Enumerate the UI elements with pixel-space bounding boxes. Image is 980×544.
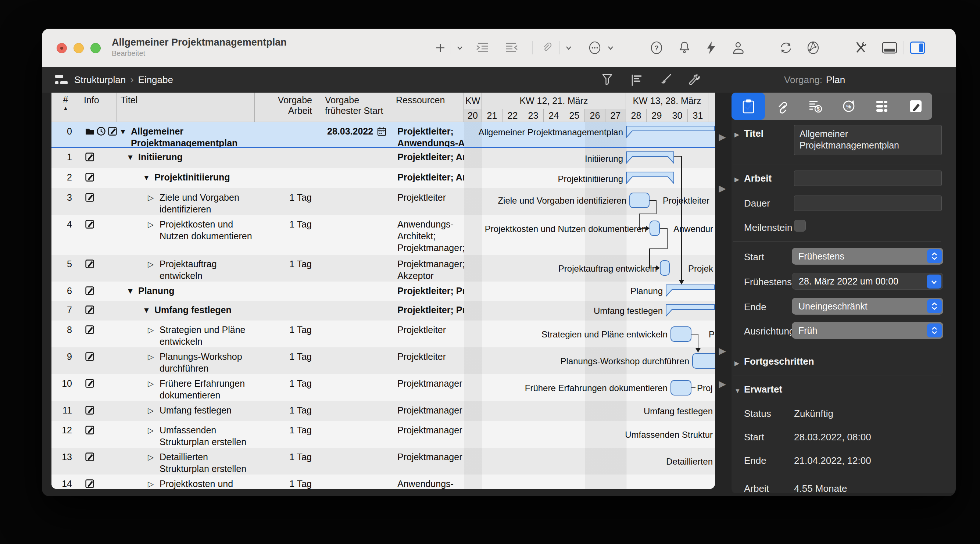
work-value[interactable] xyxy=(255,122,321,147)
earliest-start-cell[interactable] xyxy=(321,168,392,188)
earliest-start-cell[interactable] xyxy=(321,374,392,401)
note-icon[interactable] xyxy=(84,479,95,489)
gantt-summary-bar[interactable] xyxy=(626,126,715,138)
gantt-task-bar[interactable] xyxy=(670,326,692,342)
tab-progress[interactable]: % xyxy=(832,92,865,120)
note-icon[interactable] xyxy=(84,172,95,182)
work-value[interactable]: 1 Tag xyxy=(255,448,321,474)
table-row[interactable]: 2▼ProjektinitiierungProjektleiter; AnPro… xyxy=(51,168,715,188)
collapse-icon[interactable]: ▼ xyxy=(126,151,138,163)
start-popup[interactable]: Frühestens xyxy=(792,248,943,265)
notifications-icon[interactable] xyxy=(676,40,692,56)
column-header-number[interactable]: # ▲ xyxy=(51,92,80,122)
task-title-cell[interactable]: ▷Umfassenden Strukturplan erstellen xyxy=(117,421,255,448)
task-title-cell[interactable]: ▼Projektinitiierung xyxy=(117,168,255,188)
resources-value[interactable]: Projektmanager xyxy=(392,374,464,401)
work-value[interactable]: 1 Tag xyxy=(255,347,321,374)
disclosure-icon[interactable]: ▼ xyxy=(735,387,741,395)
work-value[interactable]: 1 Tag xyxy=(255,255,321,282)
earliest-start-cell[interactable] xyxy=(321,474,392,489)
user-icon[interactable] xyxy=(730,40,746,56)
resources-value[interactable]: Projektmanager xyxy=(392,421,464,448)
style-brush-icon[interactable] xyxy=(657,72,673,88)
task-title-cell[interactable]: ▷Frühere Erfahrungen dokumentieren xyxy=(117,374,255,401)
column-header-work[interactable]: VorgabeArbeit xyxy=(255,92,321,122)
earliest-date-field[interactable]: 28. März 2022 um 00:00 xyxy=(792,273,943,289)
column-header-info[interactable]: Info xyxy=(80,92,117,122)
work-value[interactable]: 1 Tag xyxy=(255,401,321,421)
task-title-cell[interactable]: ▷Detaillierten Strukturplan erstellen xyxy=(117,448,255,474)
duration-input[interactable] xyxy=(794,196,942,211)
resources-value[interactable]: Projektleiter; Pr xyxy=(392,301,464,321)
table-row[interactable]: 5▷Projektauftrag entwickeln1 TagProjektm… xyxy=(51,255,715,282)
work-value[interactable]: 1 Tag xyxy=(255,215,321,255)
task-title-cell[interactable]: ▷Umfang festlegen xyxy=(117,401,255,421)
column-header-resources[interactable]: Ressourcen xyxy=(392,92,464,122)
note-icon[interactable] xyxy=(84,305,95,315)
expand-icon[interactable]: ▷ xyxy=(148,404,159,417)
resources-value[interactable]: Projektleiter xyxy=(392,347,464,374)
expand-icon[interactable]: ▷ xyxy=(148,478,159,489)
tab-finance[interactable]: $ xyxy=(799,92,832,120)
disclosure-icon[interactable]: ▶ xyxy=(735,359,739,367)
task-title-cell[interactable]: ▷Projektkosten und Nutzen dokumentieren xyxy=(117,215,255,255)
resources-value[interactable]: Projektleiter; Anwendungs-Ar xyxy=(392,122,464,147)
note-icon[interactable] xyxy=(84,352,95,362)
bottom-panel-button[interactable] xyxy=(881,40,898,56)
table-row[interactable]: 0▼Allgemeiner Projektmanagementplan28.03… xyxy=(51,122,715,148)
breadcrumb-view[interactable]: Strukturplan xyxy=(74,74,126,86)
earliest-start-cell[interactable] xyxy=(321,282,392,301)
note-icon[interactable] xyxy=(84,405,95,415)
indent-button[interactable] xyxy=(474,40,490,56)
work-value[interactable]: 1 Tag xyxy=(255,188,321,215)
note-icon[interactable] xyxy=(84,425,95,435)
resources-value[interactable]: Projektleiter; An xyxy=(392,168,464,188)
table-row[interactable]: 1▼InitiierungProjektleiter; AnInitiierun… xyxy=(51,148,715,168)
help-button[interactable]: ? xyxy=(648,40,665,56)
section-advanced-label[interactable]: Fortgeschritten xyxy=(744,356,814,367)
close-button[interactable] xyxy=(57,43,67,53)
gantt-task-bar[interactable] xyxy=(629,192,649,208)
expand-icon[interactable]: ▷ xyxy=(148,451,159,463)
earliest-start-cell[interactable] xyxy=(321,321,392,347)
earliest-start-cell[interactable] xyxy=(321,421,392,448)
work-value[interactable]: 1 Tag xyxy=(255,474,321,489)
alignment-popup[interactable]: Früh xyxy=(792,322,943,339)
earliest-start-cell[interactable] xyxy=(321,188,392,215)
table-row[interactable]: 13▷Detaillierten Strukturplan erstellen1… xyxy=(51,448,715,474)
work-value[interactable]: 1 Tag xyxy=(255,374,321,401)
resources-value[interactable]: Projektmanager xyxy=(392,448,464,474)
earliest-start-cell[interactable] xyxy=(321,401,392,421)
more-dropdown-button[interactable] xyxy=(605,40,616,56)
breadcrumb-page[interactable]: Eingabe xyxy=(138,74,173,86)
milestone-checkbox[interactable] xyxy=(794,220,806,232)
tab-notes[interactable] xyxy=(899,92,932,120)
note-icon[interactable] xyxy=(84,286,95,296)
collapse-icon[interactable]: ▼ xyxy=(143,304,154,316)
disclosure-icon[interactable]: ▶ xyxy=(735,131,739,138)
resources-value[interactable]: Projektleiter; Pr xyxy=(392,282,464,301)
task-title-cell[interactable]: ▷Projektauftrag entwickeln xyxy=(117,255,255,282)
gantt-summary-bar[interactable] xyxy=(666,304,715,317)
note-icon[interactable] xyxy=(84,452,95,462)
note-icon[interactable] xyxy=(84,219,95,229)
collapse-icon[interactable]: ▼ xyxy=(143,171,154,183)
gantt-task-bar[interactable] xyxy=(692,353,715,369)
earliest-start-cell[interactable]: 28.03.2022 xyxy=(321,122,392,147)
table-row[interactable]: 11▷Umfang festlegen1 TagProjektmanagerUm… xyxy=(51,401,715,421)
task-title-cell[interactable]: ▼Initiierung xyxy=(117,148,255,168)
collapse-icon[interactable]: ▼ xyxy=(119,125,131,137)
note-icon[interactable] xyxy=(84,259,95,269)
end-popup[interactable]: Uneingeschränkt xyxy=(792,298,943,315)
table-row[interactable]: 7▼Umfang festlegenProjektleiter; PrUmfan… xyxy=(51,301,715,321)
tools-icon[interactable] xyxy=(853,40,869,56)
task-title-cell[interactable]: ▼Allgemeiner Projektmanagementplan xyxy=(117,122,255,147)
gantt-task-bar[interactable] xyxy=(670,380,692,396)
task-title-cell[interactable]: ▷Ziele und Vorgaben identifizieren xyxy=(117,188,255,215)
expand-icon[interactable]: ▷ xyxy=(148,258,159,270)
task-title-cell[interactable]: ▷Strategien und Pläne entwickeln xyxy=(117,321,255,347)
resources-value[interactable]: Anwendungs- Architekt; Projektmanager; xyxy=(392,215,464,255)
work-value[interactable] xyxy=(255,282,321,301)
add-button[interactable] xyxy=(432,40,449,56)
right-panel-button[interactable] xyxy=(909,40,926,56)
